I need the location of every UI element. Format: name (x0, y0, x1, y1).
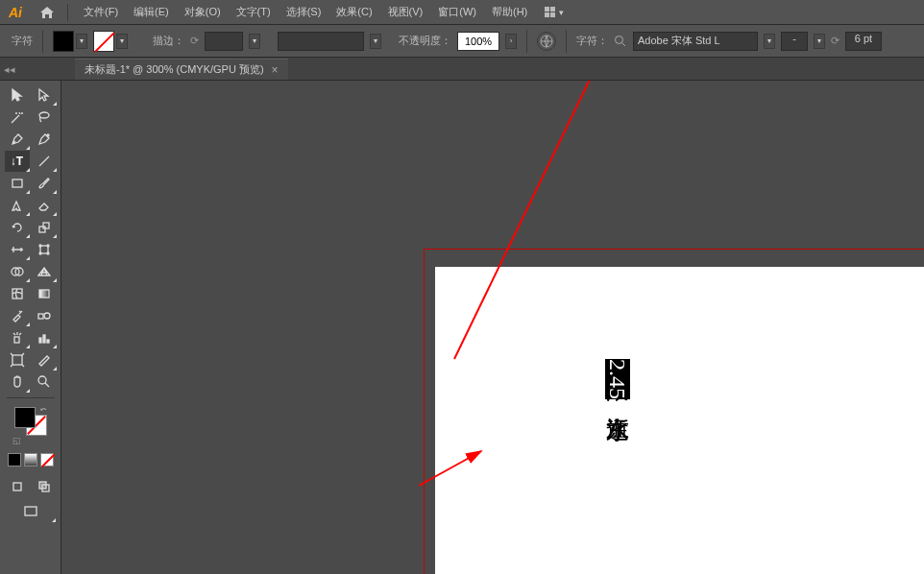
lasso-tool[interactable] (32, 107, 57, 128)
chevron-down-icon[interactable]: ▾ (76, 34, 87, 49)
fill-stroke-swatches[interactable]: ⤺ (14, 407, 47, 436)
svg-point-3 (47, 134, 49, 136)
menubar: Ai 文件(F) 编辑(E) 对象(O) 文字(T) 选择(S) 效果(C) 视… (0, 0, 924, 25)
pen-tool[interactable] (5, 129, 30, 150)
shape-builder-tool[interactable] (5, 261, 30, 282)
svg-rect-21 (47, 340, 49, 343)
svg-rect-15 (39, 290, 49, 298)
column-graph-tool[interactable] (32, 327, 57, 348)
chevron-right-icon[interactable]: › (505, 34, 517, 49)
svg-rect-14 (12, 289, 22, 299)
svg-point-9 (47, 245, 49, 247)
paintbrush-tool[interactable] (32, 173, 57, 194)
search-icon (614, 35, 627, 48)
svg-point-8 (39, 245, 41, 247)
draw-behind-icon[interactable] (32, 476, 57, 497)
panel-collapse-icon[interactable]: ◂◂ (4, 60, 15, 79)
character-label[interactable]: 字符： (576, 34, 608, 48)
recolor-icon[interactable] (537, 32, 556, 51)
fill-swatch-large[interactable] (14, 407, 36, 428)
font-style-input[interactable]: - (781, 32, 808, 51)
menu-object[interactable]: 对象(O) (177, 5, 229, 19)
color-controls: ⤺ ◱ (5, 407, 57, 522)
eraser-tool[interactable] (32, 195, 57, 216)
svg-point-17 (44, 313, 50, 319)
stepper-icon[interactable]: ⟳ (831, 35, 839, 47)
artboard-tool[interactable] (5, 349, 30, 371)
stroke-swatch[interactable] (93, 31, 114, 52)
line-tool[interactable] (32, 151, 57, 172)
chevron-down-icon[interactable]: ▾ (370, 34, 381, 49)
home-button[interactable] (35, 3, 60, 22)
symbol-sprayer-tool[interactable] (5, 327, 30, 348)
app-logo: Ai (4, 1, 27, 24)
chevron-down-icon[interactable]: ▾ (116, 34, 128, 49)
svg-point-23 (38, 376, 46, 384)
menu-file[interactable]: 文件(F) (76, 5, 126, 19)
color-mode-solid[interactable] (8, 453, 21, 466)
menu-select[interactable]: 选择(S) (279, 5, 329, 19)
stroke-label: 描边： (153, 34, 184, 48)
perspective-grid-tool[interactable] (32, 261, 57, 282)
close-icon[interactable]: × (272, 63, 279, 77)
vertical-text[interactable]: 滚滚2.45江东逝水 (606, 359, 629, 399)
menu-edit[interactable]: 编辑(E) (126, 5, 177, 19)
curvature-tool[interactable] (32, 129, 57, 150)
shaper-tool[interactable] (5, 195, 30, 216)
draw-normal-icon[interactable] (5, 476, 30, 497)
separator (67, 4, 68, 21)
color-mode-none[interactable] (40, 453, 54, 466)
separator (566, 30, 567, 53)
free-transform-tool[interactable] (32, 239, 57, 260)
svg-rect-20 (43, 335, 45, 343)
opacity-input[interactable] (457, 32, 499, 51)
stroke-weight-input[interactable] (205, 32, 243, 51)
canvas[interactable]: 滚滚2.45江东逝水 (61, 81, 924, 574)
stroke-color[interactable]: ▾ (93, 31, 128, 52)
rectangle-tool[interactable] (5, 173, 30, 194)
fill-swatch[interactable] (53, 31, 74, 52)
zoom-tool[interactable] (32, 371, 57, 393)
toolbar: ↓T (0, 81, 61, 574)
rotate-tool[interactable] (5, 217, 30, 238)
chevron-down-icon[interactable]: ▾ (764, 34, 775, 49)
svg-rect-19 (39, 338, 41, 343)
slice-tool[interactable] (32, 349, 57, 371)
swap-icon[interactable]: ⤺ (40, 405, 47, 414)
menu-type[interactable]: 文字(T) (229, 5, 279, 19)
magic-wand-tool[interactable] (5, 107, 30, 128)
menu-view[interactable]: 视图(V) (380, 5, 431, 19)
eyedropper-tool[interactable] (5, 305, 30, 326)
scale-tool[interactable] (32, 217, 57, 238)
menu-effect[interactable]: 效果(C) (328, 5, 379, 19)
page: 滚滚2.45江东逝水 (435, 267, 924, 574)
fill-color[interactable]: ▾ (53, 31, 87, 52)
opacity-label: 不透明度： (399, 34, 451, 48)
document-tab[interactable]: 未标题-1* @ 300% (CMYK/GPU 预览) × (75, 59, 288, 80)
selection-tool[interactable] (5, 84, 30, 106)
type-tool[interactable]: ↓T (5, 151, 30, 172)
font-size-input[interactable]: 6 pt (845, 32, 882, 51)
menu-window[interactable]: 窗口(W) (430, 5, 484, 19)
svg-rect-4 (12, 179, 22, 187)
gradient-tool[interactable] (32, 283, 57, 304)
font-family-input[interactable]: Adobe 宋体 Std L (633, 32, 758, 51)
color-mode-gradient[interactable] (24, 453, 37, 466)
width-tool[interactable] (5, 239, 30, 260)
chevron-down-icon[interactable]: ▾ (814, 34, 825, 49)
variable-width-profile[interactable] (278, 32, 364, 51)
screen-mode-icon[interactable] (6, 501, 56, 522)
character-panel-label[interactable]: 字符 (12, 34, 33, 48)
chevron-down-icon[interactable]: ▾ (249, 34, 260, 49)
mesh-tool[interactable] (5, 283, 30, 304)
menu-help[interactable]: 帮助(H) (484, 5, 535, 19)
separator (42, 30, 43, 53)
workspace-switcher[interactable]: ▾ (545, 7, 564, 17)
svg-point-2 (39, 112, 49, 118)
stepper-icon[interactable]: ⟳ (190, 35, 199, 47)
default-colors-icon[interactable]: ◱ (12, 436, 21, 445)
direct-selection-tool[interactable] (32, 84, 57, 106)
hand-tool[interactable] (5, 371, 30, 393)
blend-tool[interactable] (32, 305, 57, 326)
svg-point-11 (47, 252, 49, 254)
